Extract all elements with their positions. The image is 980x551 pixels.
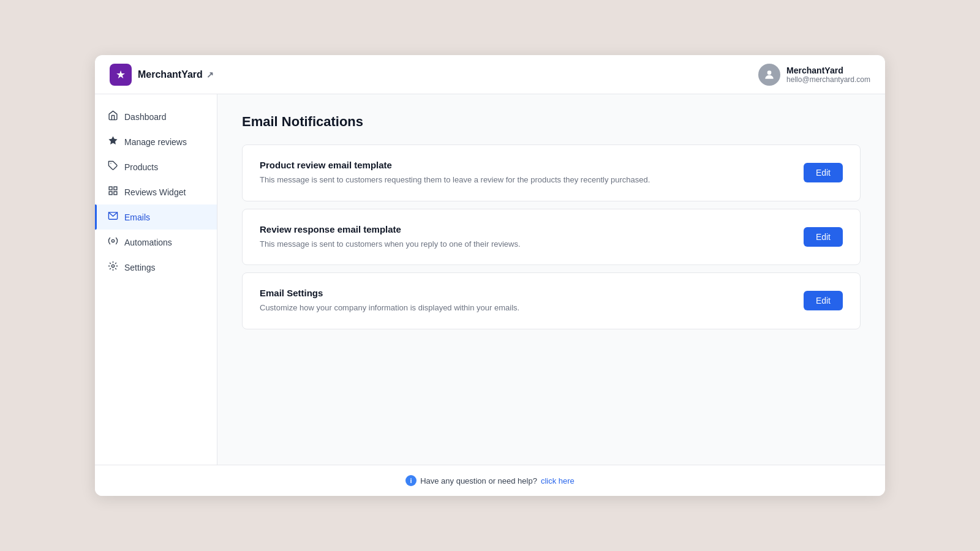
- edit-button-product-review-template[interactable]: Edit: [804, 163, 843, 182]
- page-title: Email Notifications: [242, 114, 861, 130]
- header-left: ★ MerchantYard ↗: [110, 64, 214, 86]
- edit-button-review-response-template[interactable]: Edit: [804, 227, 843, 247]
- sidebar-item-label-emails: Emails: [124, 212, 150, 222]
- footer-link[interactable]: click here: [541, 476, 575, 485]
- svg-point-8: [111, 239, 114, 242]
- svg-rect-3: [109, 187, 112, 190]
- sidebar-item-label-dashboard: Dashboard: [124, 112, 167, 122]
- cards-container: Product review email template This messa…: [242, 144, 861, 329]
- settings-icon: [107, 261, 118, 274]
- sidebar-item-dashboard[interactable]: Dashboard: [95, 104, 217, 129]
- card-product-review-template: Product review email template This messa…: [242, 144, 861, 201]
- card-desc-email-settings: Customize how your company information i…: [260, 302, 789, 314]
- sidebar-item-label-manage-reviews: Manage reviews: [124, 137, 187, 147]
- footer: i Have any question or need help? click …: [95, 465, 885, 496]
- card-text-review-response-template: Review response email template This mess…: [260, 224, 789, 250]
- sidebar-item-products[interactable]: Products: [95, 154, 217, 179]
- svg-point-0: [767, 70, 772, 75]
- automations-icon: [107, 236, 118, 249]
- card-title-review-response-template: Review response email template: [260, 224, 789, 234]
- emails-icon: [107, 211, 118, 223]
- app-name: MerchantYard ↗: [138, 69, 214, 80]
- app-name-text: MerchantYard: [138, 69, 203, 80]
- card-review-response-template: Review response email template This mess…: [242, 209, 861, 266]
- sidebar-item-manage-reviews[interactable]: Manage reviews: [95, 129, 217, 154]
- sidebar: Dashboard Manage reviews Products Review…: [95, 94, 217, 465]
- reviews-widget-icon: [107, 186, 118, 198]
- svg-point-9: [111, 264, 114, 267]
- sidebar-item-label-automations: Automations: [124, 238, 172, 247]
- card-desc-review-response-template: This message is sent to customers when y…: [260, 238, 789, 250]
- sidebar-item-settings[interactable]: Settings: [95, 255, 217, 280]
- card-text-email-settings: Email Settings Customize how your compan…: [260, 288, 789, 314]
- external-link-icon[interactable]: ↗: [206, 70, 214, 80]
- card-title-email-settings: Email Settings: [260, 288, 789, 298]
- footer-text: Have any question or need help?: [420, 476, 537, 485]
- header: ★ MerchantYard ↗ MerchantYard hello@merc…: [95, 55, 885, 94]
- sidebar-item-label-reviews-widget: Reviews Widget: [124, 187, 186, 197]
- user-name: MerchantYard: [786, 66, 843, 75]
- app-container: ★ MerchantYard ↗ MerchantYard hello@merc…: [95, 55, 885, 496]
- svg-rect-5: [109, 192, 112, 195]
- sidebar-item-label-products: Products: [124, 162, 158, 172]
- main-content: Email Notifications Product review email…: [217, 94, 885, 465]
- sidebar-item-reviews-widget[interactable]: Reviews Widget: [95, 179, 217, 204]
- svg-rect-6: [113, 192, 116, 195]
- sidebar-item-automations[interactable]: Automations: [95, 230, 217, 255]
- card-text-product-review-template: Product review email template This messa…: [260, 160, 789, 186]
- svg-marker-1: [108, 136, 117, 144]
- user-email: hello@merchantyard.com: [786, 75, 870, 84]
- card-desc-product-review-template: This message is sent to customers reques…: [260, 174, 789, 186]
- avatar: [758, 64, 780, 86]
- products-icon: [107, 160, 118, 173]
- manage-reviews-icon: [107, 135, 118, 148]
- body: Dashboard Manage reviews Products Review…: [95, 94, 885, 465]
- edit-button-email-settings[interactable]: Edit: [804, 291, 843, 310]
- card-title-product-review-template: Product review email template: [260, 160, 789, 170]
- sidebar-item-emails[interactable]: Emails: [95, 204, 217, 230]
- info-icon: i: [405, 475, 417, 486]
- sidebar-item-label-settings: Settings: [124, 263, 156, 272]
- card-email-settings: Email Settings Customize how your compan…: [242, 272, 861, 329]
- dashboard-icon: [107, 110, 118, 123]
- user-info: MerchantYard hello@merchantyard.com: [786, 66, 870, 84]
- svg-rect-4: [113, 187, 116, 190]
- logo-icon: ★: [110, 64, 132, 86]
- header-right: MerchantYard hello@merchantyard.com: [758, 64, 870, 86]
